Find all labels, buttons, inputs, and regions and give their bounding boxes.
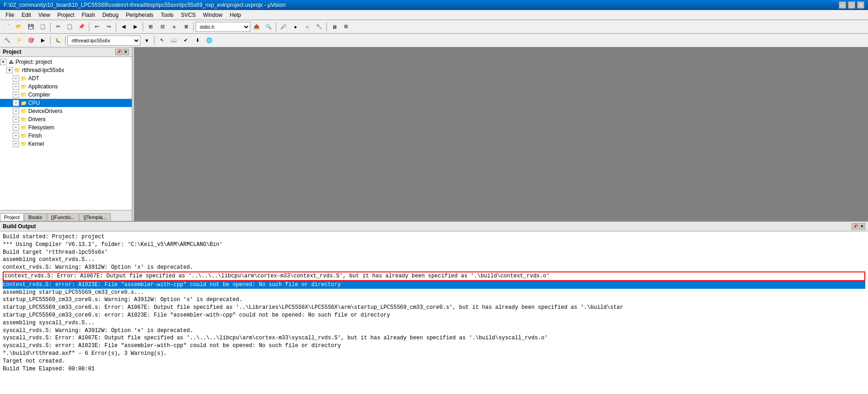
expand-CPU[interactable]: + (13, 100, 19, 106)
outdent-btn[interactable]: ⊟ (157, 21, 168, 32)
proj-tab-project[interactable]: Project (0, 213, 24, 221)
cut-btn[interactable]: ✂ (52, 21, 63, 32)
expand-Applications[interactable]: + (13, 83, 19, 90)
icon-Applications: 📁 (20, 83, 27, 90)
expand-rtthread[interactable]: ▼ (6, 67, 13, 73)
expand-Filesystem[interactable]: + (13, 124, 19, 131)
proj-tab-functio[interactable]: {}Functio... (47, 213, 79, 221)
sep4 (143, 22, 143, 31)
expand-Drivers[interactable]: + (13, 116, 19, 123)
proj-tab-books[interactable]: Books (24, 213, 46, 221)
uncomment-btn[interactable]: ≣ (181, 21, 191, 32)
circle2-btn[interactable]: ○ (302, 21, 313, 32)
file-dropdown[interactable]: stdio.h (196, 22, 250, 32)
pin-button[interactable]: 📌 (115, 49, 122, 55)
cursor-btn[interactable]: ↖ (156, 35, 167, 46)
expand-Kernel[interactable]: + (13, 141, 19, 147)
compile-btn[interactable]: ⚡ (14, 35, 25, 46)
globe-btn[interactable]: 🌐 (204, 35, 215, 46)
comment-btn[interactable]: ≡ (169, 21, 180, 32)
build-line-13: syscall_rvds.S: Error: A1067E: Output fi… (3, 334, 865, 342)
build-output-pin[interactable]: 📌 (852, 223, 858, 230)
menu-item-help[interactable]: Help (226, 11, 245, 19)
monitor-btn[interactable]: 🖥 (329, 21, 340, 32)
circle-btn[interactable]: ● (290, 21, 301, 32)
tree-item-Filesystem[interactable]: +📁Filesystem (0, 123, 132, 132)
build-output-content[interactable]: Build started: Project: project*** Using… (0, 231, 868, 394)
menu-item-view[interactable]: View (35, 11, 54, 19)
check-btn[interactable]: ✔ (180, 35, 191, 46)
build-line-6: context_rvds.S: error: A1023E: File "ass… (3, 281, 865, 289)
indent-btn[interactable]: ⊞ (145, 21, 156, 32)
build-line-8: startup_LPC55S69_cm33_core0.s: Warning: … (3, 296, 865, 304)
menu-item-window[interactable]: Window (199, 11, 226, 19)
tree-item-Finsh[interactable]: +📁Finsh (0, 132, 132, 140)
tree-item-rtthread[interactable]: ▼📁rtthread-lpc55s6x (0, 66, 132, 74)
tree-item-root[interactable]: ▼🖧Project: project (0, 58, 132, 66)
title-text: F:\02_community\10_board\10_LPC55S69\cod… (4, 2, 285, 8)
icon-Kernel: 📁 (20, 140, 27, 148)
tree-item-Compiler[interactable]: +📁Compiler (0, 91, 132, 99)
save-all-btn[interactable]: 📋 (37, 21, 48, 32)
close-panel-button[interactable]: ✕ (123, 49, 129, 55)
build-line-12: syscall_rvds.S: Warning: A3912W: Option … (3, 327, 865, 335)
expand-Finsh[interactable]: + (13, 133, 19, 139)
redo-btn[interactable]: ↪ (103, 21, 114, 32)
menu-item-peripherals[interactable]: Peripherals (122, 11, 157, 19)
tree-item-Kernel[interactable]: +📁Kernel (0, 140, 132, 148)
tree-item-CPU[interactable]: +📁CPU (0, 99, 132, 107)
sep10 (154, 36, 155, 45)
paste-btn[interactable]: 📌 (76, 21, 87, 32)
save-btn[interactable]: 💾 (26, 21, 36, 32)
fwd-btn[interactable]: ▶ (130, 21, 141, 32)
copy-btn[interactable]: 📋 (64, 21, 75, 32)
label-rtthread: rtthread-lpc55s6x (22, 67, 64, 73)
expand-Compiler[interactable]: + (13, 92, 19, 98)
icon-DeviceDrivers: 📁 (20, 107, 27, 115)
project-tabs: ProjectBooks{}Functio...[]Templa... (0, 210, 132, 221)
download-btn[interactable]: ⬇ (192, 35, 203, 46)
label-ADT: ADT (28, 75, 39, 82)
title-bar: F:\02_community\10_board\10_LPC55S69\cod… (0, 0, 868, 10)
target-btn[interactable]: 🎯 (26, 35, 36, 46)
run-btn[interactable]: ▶ (37, 35, 48, 46)
debug-icon[interactable]: 🐛 (52, 35, 63, 46)
nav-btn[interactable]: 🔍 (263, 21, 274, 32)
close-button[interactable]: ✕ (857, 1, 864, 9)
tree-item-Drivers[interactable]: +📁Drivers (0, 115, 132, 123)
build-line-7: assembling startup_LPC55S69_cm33_core0.s… (3, 289, 865, 297)
menu-item-svcs[interactable]: SVCS (177, 11, 200, 19)
build-output-header: Build Output 📌 ✕ (0, 222, 868, 231)
settings-btn[interactable]: ⚙ (341, 21, 351, 32)
open-btn[interactable]: 📂 (14, 21, 25, 32)
build-line-3: assembling context_rvds.S... (3, 256, 865, 264)
expand-DeviceDrivers[interactable]: + (13, 108, 19, 114)
menu-item-flash[interactable]: Flash (78, 11, 98, 19)
minimize-button[interactable]: — (839, 1, 846, 9)
back-btn[interactable]: ◀ (118, 21, 129, 32)
menu-item-debug[interactable]: Debug (99, 11, 122, 19)
menu-item-tools[interactable]: Tools (157, 11, 177, 19)
tree-item-DeviceDrivers[interactable]: +📁DeviceDrivers (0, 107, 132, 115)
open-file-btn[interactable]: 📤 (251, 21, 262, 32)
tree-item-Applications[interactable]: +📁Applications (0, 82, 132, 91)
menu-item-edit[interactable]: Edit (18, 11, 35, 19)
book-btn[interactable]: 📖 (168, 35, 179, 46)
undo-btn[interactable]: ↩ (91, 21, 102, 32)
build-btn[interactable]: 🔨 (2, 35, 13, 46)
maximize-button[interactable]: □ (848, 1, 855, 9)
tools-btn[interactable]: 🔧 (314, 21, 325, 32)
expand-ADT[interactable]: + (13, 75, 19, 82)
tree-item-ADT[interactable]: +📁ADT (0, 74, 132, 82)
sep8 (50, 36, 51, 45)
build-output-container: Build Output 📌 ✕ Build started: Project:… (0, 221, 868, 394)
menu-item-file[interactable]: File (2, 11, 18, 19)
target-dropdown[interactable]: rtthread-lpc55s6x (67, 36, 140, 46)
target-settings-btn[interactable]: ▼ (141, 35, 152, 46)
proj-tab-templa[interactable]: []Templa... (79, 213, 111, 221)
new-btn[interactable]: 📄 (2, 21, 13, 32)
menu-item-project[interactable]: Project (54, 11, 78, 19)
build-output-close[interactable]: ✕ (859, 223, 865, 230)
search-btn[interactable]: 🔎 (278, 21, 289, 32)
expand-root[interactable]: ▼ (0, 59, 6, 65)
